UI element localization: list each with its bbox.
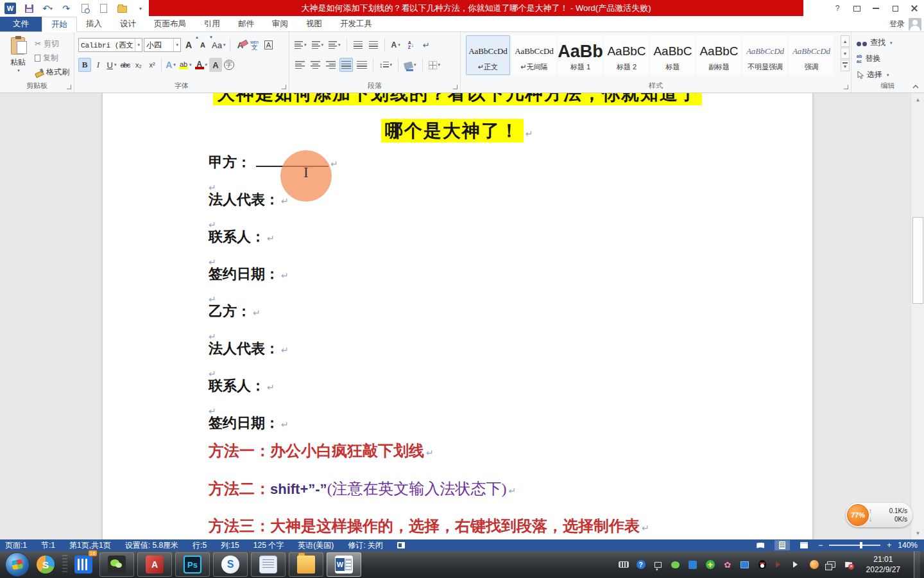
tab-mailings[interactable]: 邮件 bbox=[229, 17, 263, 31]
font-color-button[interactable]: A▾ bbox=[194, 58, 209, 72]
ribbon-display-options-icon[interactable] bbox=[847, 0, 866, 17]
taskbar-item-explorer[interactable] bbox=[289, 552, 323, 577]
scroll-down-arrow[interactable]: ▼ bbox=[912, 528, 923, 538]
document-canvas[interactable]: 大神是如何添加下划线的？看以下几种方法，你就知道了 哪个是大神了！↵ 甲方：↵ … bbox=[0, 93, 924, 539]
shading-button[interactable]: ▾ bbox=[403, 58, 418, 72]
tray-wechat-icon[interactable] bbox=[671, 559, 681, 570]
justify-button[interactable] bbox=[339, 58, 353, 72]
align-center-button[interactable] bbox=[309, 58, 321, 72]
subscript-button[interactable]: x₂ bbox=[132, 58, 145, 72]
bullets-button[interactable]: ▾ bbox=[293, 38, 308, 52]
tray-action-center-icon[interactable]: ✕ bbox=[844, 559, 854, 570]
styles-dialog-launcher[interactable] bbox=[844, 85, 848, 89]
tab-file[interactable]: 文件 bbox=[0, 17, 42, 31]
tray-qq-icon[interactable] bbox=[757, 559, 767, 570]
numbering-button[interactable]: ▾ bbox=[311, 38, 325, 52]
styles-scroll-down[interactable]: ▼ bbox=[841, 48, 850, 59]
shrink-font-button[interactable]: A▼ bbox=[196, 38, 209, 52]
redo-icon[interactable]: ↷ bbox=[60, 2, 73, 15]
status-column[interactable]: 列:15 bbox=[221, 540, 239, 551]
style-normal[interactable]: AaBbCcDd↵正文 bbox=[466, 35, 510, 75]
close-icon[interactable] bbox=[905, 0, 924, 17]
zoom-in-button[interactable]: + bbox=[887, 541, 891, 550]
status-track-changes[interactable]: 修订: 关闭 bbox=[348, 540, 383, 551]
align-left-button[interactable] bbox=[293, 58, 306, 72]
phonetic-guide-button[interactable]: wén文 bbox=[248, 38, 261, 52]
enclose-characters-button[interactable]: 字 bbox=[223, 58, 235, 72]
start-button[interactable] bbox=[5, 552, 30, 577]
status-vertical-position[interactable]: 设置值: 5.8厘米 bbox=[125, 540, 178, 551]
scrollbar-thumb[interactable] bbox=[912, 217, 923, 304]
document-page[interactable]: 大神是如何添加下划线的？看以下几种方法，你就知道了 哪个是大神了！↵ 甲方：↵ … bbox=[103, 93, 812, 539]
change-case-button[interactable]: Aa▾ bbox=[210, 38, 227, 52]
font-name-combo[interactable]: Calibri (西文正▾ bbox=[78, 38, 142, 52]
memory-ball[interactable]: 77% bbox=[847, 504, 869, 526]
style-subtitle[interactable]: AaBbC副标题 bbox=[697, 35, 741, 75]
scroll-up-arrow[interactable]: ▲ bbox=[912, 94, 923, 105]
status-page[interactable]: 页面:1 bbox=[5, 540, 27, 551]
restore-icon[interactable] bbox=[886, 0, 905, 17]
style-subtle-emphasis[interactable]: AaBbCcDd不明显强调 bbox=[743, 35, 787, 75]
save-icon[interactable] bbox=[22, 2, 35, 15]
style-heading2[interactable]: AaBbC标题 2 bbox=[604, 35, 649, 75]
format-painter-button[interactable]: 格式刷 bbox=[33, 66, 69, 78]
zoom-slider-thumb[interactable] bbox=[860, 542, 862, 548]
taskbar-item-photoshop[interactable]: Ps bbox=[175, 552, 210, 577]
undo-icon[interactable]: ↶▾ bbox=[41, 2, 54, 15]
find-button[interactable]: 查找▾ bbox=[857, 37, 893, 48]
replace-button[interactable]: abac替换 bbox=[857, 53, 880, 64]
distribute-button[interactable] bbox=[355, 58, 368, 72]
zoom-level[interactable]: 140% bbox=[898, 541, 918, 550]
multilevel-list-button[interactable]: ▾ bbox=[327, 38, 342, 52]
tray-flower-icon[interactable]: ✿ bbox=[723, 559, 733, 570]
clear-formatting-button[interactable]: A bbox=[234, 38, 246, 52]
style-emphasis[interactable]: AaBbCcDd强调 bbox=[789, 35, 834, 75]
tray-help-icon[interactable]: ? bbox=[636, 559, 646, 570]
style-no-spacing[interactable]: AaBbCcDd↵无间隔 bbox=[512, 35, 556, 75]
tab-review[interactable]: 审阅 bbox=[263, 17, 297, 31]
tray-speaker-muted-icon[interactable] bbox=[774, 559, 785, 570]
web-layout-icon[interactable] bbox=[796, 540, 812, 550]
tab-design[interactable]: 设计 bbox=[111, 17, 145, 31]
select-button[interactable]: 选择▾ bbox=[857, 69, 889, 80]
zoom-slider[interactable] bbox=[829, 545, 880, 546]
taskbar-clock[interactable]: 21:01 2022/9/27 bbox=[861, 554, 905, 575]
show-hide-marks-button[interactable]: ↵ bbox=[420, 38, 433, 52]
minimize-icon[interactable] bbox=[866, 0, 886, 17]
cut-button[interactable]: ✂剪切 bbox=[33, 37, 69, 50]
new-document-icon[interactable] bbox=[97, 2, 110, 15]
strikethrough-button[interactable]: abc bbox=[119, 58, 132, 72]
sort-button[interactable]: AZ↓ bbox=[405, 38, 418, 52]
character-border-button[interactable]: A bbox=[262, 38, 275, 52]
superscript-button[interactable]: x² bbox=[146, 58, 158, 72]
open-folder-icon[interactable] bbox=[116, 2, 128, 15]
paragraph-dialog-launcher[interactable] bbox=[453, 85, 458, 89]
tray-camera-icon[interactable] bbox=[809, 559, 819, 570]
tray-blue-app-icon[interactable] bbox=[688, 559, 698, 570]
font-dialog-launcher[interactable] bbox=[282, 85, 286, 89]
tray-video-icon[interactable] bbox=[740, 559, 750, 570]
underline-button[interactable]: U▾ bbox=[105, 58, 118, 72]
print-layout-icon[interactable] bbox=[774, 540, 790, 550]
decrease-indent-button[interactable] bbox=[352, 38, 364, 52]
tab-references[interactable]: 引用 bbox=[195, 17, 229, 31]
character-shading-button[interactable]: A bbox=[209, 58, 222, 72]
tray-keyboard-icon[interactable] bbox=[619, 559, 629, 570]
tray-volume-icon[interactable] bbox=[792, 559, 802, 570]
paste-button[interactable]: 粘贴 ▾ bbox=[5, 37, 31, 78]
highlight-color-button[interactable]: ab▾ bbox=[178, 58, 193, 72]
print-preview-icon[interactable] bbox=[78, 2, 91, 15]
styles-scroll-up[interactable]: ▲ bbox=[841, 35, 850, 47]
borders-button[interactable]: ▾ bbox=[427, 58, 442, 72]
taskbar-item-word[interactable]: W bbox=[327, 552, 361, 577]
taskbar-item-video-editor[interactable]: 16 bbox=[71, 552, 96, 577]
tray-network-icon[interactable] bbox=[826, 559, 837, 570]
asian-layout-button[interactable]: A▾ bbox=[389, 38, 402, 52]
show-desktop-button[interactable] bbox=[914, 551, 920, 578]
taskbar-item-wechat[interactable] bbox=[99, 552, 134, 577]
taskbar-item-notepad[interactable] bbox=[251, 552, 286, 577]
taskbar-item-slogo[interactable]: S bbox=[33, 552, 58, 577]
clipboard-dialog-launcher[interactable] bbox=[67, 85, 71, 89]
text-effects-button[interactable]: A▾ bbox=[164, 58, 177, 72]
net-speed-widget[interactable]: 77% ↑0.1K/s ↓0K/s bbox=[846, 503, 912, 527]
